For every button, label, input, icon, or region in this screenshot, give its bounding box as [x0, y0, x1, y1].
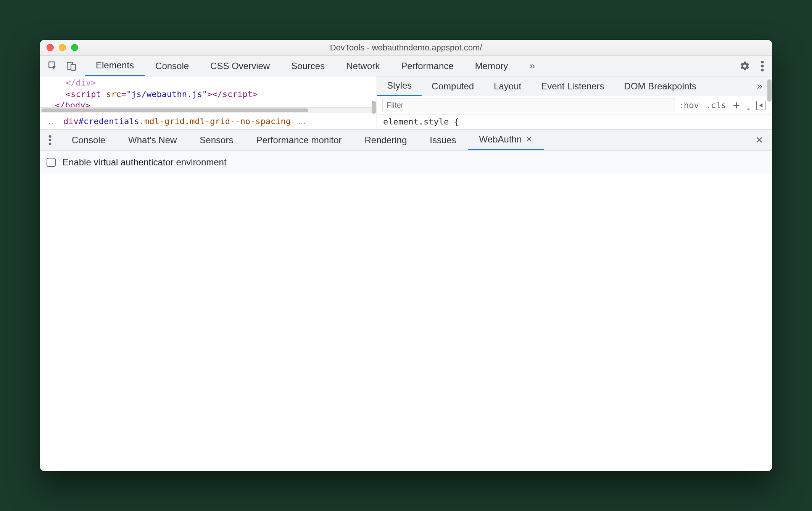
- drawer-tab-rendering[interactable]: Rendering: [353, 130, 418, 150]
- kebab-menu-icon[interactable]: [761, 61, 764, 71]
- split-pane: </div> <script src="js/webauthn.js"></sc…: [40, 76, 772, 130]
- titlebar: DevTools - webauthndemo.appspot.com/: [40, 40, 772, 56]
- tab-network[interactable]: Network: [335, 56, 390, 76]
- dom-tree[interactable]: </div> <script src="js/webauthn.js"></sc…: [40, 76, 377, 107]
- drawer-tab-sensors[interactable]: Sensors: [188, 130, 245, 150]
- tab-performance[interactable]: Performance: [390, 56, 464, 76]
- breadcrumb-prefix[interactable]: …: [45, 116, 60, 126]
- main-tabs: Elements Console CSS Overview Sources Ne…: [85, 56, 731, 76]
- drawer-tab-webauthn[interactable]: WebAuthn ✕: [468, 130, 544, 150]
- window-title: DevTools - webauthndemo.appspot.com/: [40, 43, 772, 53]
- cls-toggle[interactable]: .cls: [706, 100, 726, 110]
- main-tabstrip: Elements Console CSS Overview Sources Ne…: [40, 56, 772, 76]
- close-tab-icon[interactable]: ✕: [525, 134, 532, 144]
- svg-point-7: [49, 139, 52, 141]
- drawer-tab-issues[interactable]: Issues: [418, 130, 467, 150]
- resize-corner-icon[interactable]: ◢: [747, 106, 749, 112]
- svg-rect-2: [71, 64, 76, 70]
- toolbar-right: [731, 61, 772, 71]
- webauthn-panel-body: [40, 174, 772, 471]
- drawer-menu-icon[interactable]: [40, 130, 60, 150]
- inspect-element-icon[interactable]: [48, 61, 58, 71]
- svg-point-5: [761, 69, 764, 71]
- styles-pane: Styles Computed Layout Event Listeners D…: [377, 76, 772, 129]
- webauthn-toolbar: Enable virtual authenticator environment: [40, 150, 772, 174]
- enable-virtual-authenticator-label: Enable virtual authenticator environment: [63, 157, 227, 168]
- horizontal-scrollbar[interactable]: [40, 107, 377, 113]
- toolbar-left: [40, 56, 85, 76]
- svg-point-4: [761, 65, 764, 67]
- styles-tabstrip: Styles Computed Layout Event Listeners D…: [377, 76, 772, 96]
- subtab-styles[interactable]: Styles: [377, 76, 422, 96]
- svg-point-6: [49, 135, 52, 138]
- more-tabs-icon[interactable]: »: [519, 56, 545, 76]
- toggle-computed-sidebar-icon[interactable]: [756, 101, 765, 110]
- tab-elements[interactable]: Elements: [85, 56, 145, 76]
- vertical-scroll-thumb[interactable]: [372, 101, 376, 114]
- new-style-rule-icon[interactable]: +: [733, 99, 740, 112]
- subtab-dom-breakpoints[interactable]: DOM Breakpoints: [614, 76, 706, 96]
- styles-tools: :hov .cls + ◢: [679, 99, 772, 112]
- tab-memory[interactable]: Memory: [464, 56, 519, 76]
- styles-filter-input[interactable]: [382, 99, 675, 112]
- device-toolbar-icon[interactable]: [66, 61, 76, 71]
- breadcrumb[interactable]: … div#credentials.mdl-grid.mdl-grid--no-…: [40, 113, 377, 129]
- svg-point-8: [49, 142, 52, 145]
- subtab-layout[interactable]: Layout: [484, 76, 531, 96]
- subtab-event-listeners[interactable]: Event Listeners: [531, 76, 614, 96]
- breadcrumb-suffix[interactable]: …: [295, 116, 309, 126]
- breadcrumb-selector[interactable]: div#credentials.mdl-grid.mdl-grid--no-sp…: [63, 116, 291, 126]
- enable-virtual-authenticator-checkbox[interactable]: [47, 158, 56, 167]
- drawer-tabstrip: Console What's New Sensors Performance m…: [40, 130, 772, 150]
- elements-pane: </div> <script src="js/webauthn.js"></sc…: [40, 76, 377, 129]
- drawer-tab-console[interactable]: Console: [60, 130, 117, 150]
- tab-console[interactable]: Console: [145, 56, 200, 76]
- hov-toggle[interactable]: :hov: [679, 100, 699, 110]
- tab-sources[interactable]: Sources: [280, 56, 335, 76]
- drawer-tab-webauthn-label: WebAuthn: [479, 134, 522, 145]
- gear-icon[interactable]: [740, 61, 750, 71]
- drawer-tab-performance-monitor[interactable]: Performance monitor: [245, 130, 353, 150]
- subtab-computed[interactable]: Computed: [422, 76, 484, 96]
- devtools-window: DevTools - webauthndemo.appspot.com/ Ele…: [40, 40, 772, 471]
- close-drawer-icon[interactable]: ✕: [746, 130, 772, 150]
- tab-css-overview[interactable]: CSS Overview: [200, 56, 280, 76]
- styles-scroll-thumb[interactable]: [767, 79, 772, 102]
- horizontal-scroll-thumb[interactable]: [41, 108, 308, 112]
- styles-body[interactable]: element.style {: [377, 115, 772, 129]
- styles-filterbar: :hov .cls + ◢: [377, 96, 772, 115]
- drawer-tab-whats-new[interactable]: What's New: [117, 130, 188, 150]
- svg-point-3: [761, 61, 764, 63]
